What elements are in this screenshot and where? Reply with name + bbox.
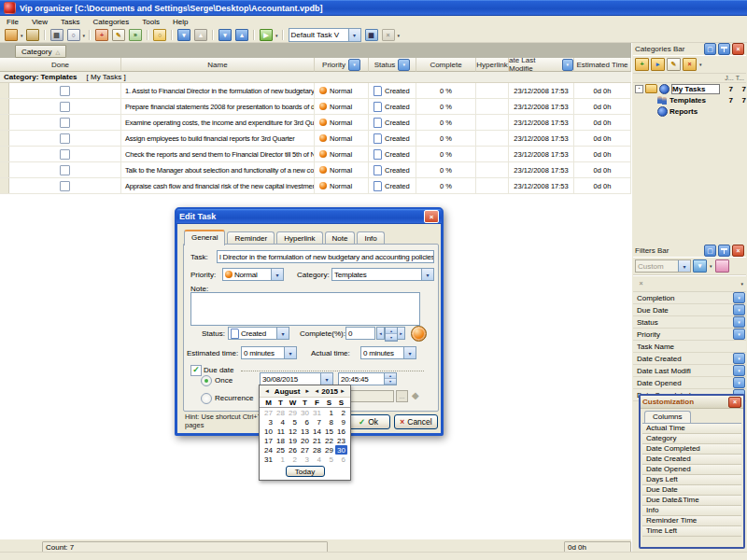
task-done-checkbox[interactable] <box>60 165 70 175</box>
calendar-day[interactable]: 24 <box>262 445 275 455</box>
calendar-day[interactable]: 28 <box>311 445 323 455</box>
calendar-day[interactable]: 6 <box>299 417 311 427</box>
delete-view-button[interactable]: × <box>381 29 396 42</box>
column-header-done[interactable]: Done <box>0 58 121 72</box>
calendar-day[interactable]: 1 <box>275 455 287 464</box>
filter-dropdown-icon[interactable]: ▾ <box>733 304 745 315</box>
save-view-button[interactable]: ▦ <box>364 29 379 42</box>
task-row[interactable]: Appraise cash flow and financial risk of… <box>0 178 631 194</box>
task-row[interactable]: Prepare financial statements 2008 for pr… <box>0 99 631 115</box>
calendar-day[interactable]: 16 <box>335 427 347 436</box>
edit-category-icon[interactable]: ✎ <box>667 58 681 71</box>
actual-dropdown-icon[interactable]: ▾ <box>403 347 416 358</box>
filter-dropdown-icon[interactable]: ▾ <box>733 292 745 303</box>
new-subcategory-icon[interactable]: ▸ <box>651 58 665 71</box>
calendar-day[interactable]: 27 <box>262 408 275 417</box>
menu-item-view[interactable]: View <box>25 18 54 26</box>
recurrence-radio[interactable] <box>201 393 212 404</box>
task-done-checkbox[interactable] <box>60 118 70 128</box>
complete-increase-icon[interactable]: ▸ <box>397 327 405 340</box>
calendar-day[interactable]: 3 <box>299 455 311 464</box>
estimated-time-combo[interactable]: 0 minutes ▾ <box>241 346 297 359</box>
customization-column-item[interactable]: Time Left <box>642 526 741 537</box>
task-row[interactable]: Examine operating costs, the income and … <box>0 115 631 131</box>
customization-column-item[interactable]: Category <box>642 434 741 444</box>
filter-row-priority[interactable]: Priority▾ <box>633 329 746 341</box>
complete-done-icon[interactable] <box>411 326 427 342</box>
customization-column-item[interactable]: Date Completed <box>642 444 741 455</box>
calendar-day[interactable]: 12 <box>287 427 299 436</box>
customization-column-item[interactable]: Days Left <box>642 475 741 485</box>
duplicate-task-button[interactable]: » <box>128 29 143 42</box>
filter-row-date-opened[interactable]: Date Opened▾ <box>633 377 746 389</box>
database-lock-button[interactable] <box>25 29 40 42</box>
filter-dropdown-icon[interactable]: ▾ <box>733 365 745 376</box>
cancel-button[interactable]: × Cancel <box>394 414 438 429</box>
menu-item-tasks[interactable]: Tasks <box>54 18 86 26</box>
complete-input[interactable]: 0 <box>345 327 375 340</box>
save-filter-dropdown-icon[interactable]: ▾ <box>710 263 712 269</box>
menu-item-tools[interactable]: Tools <box>135 18 166 26</box>
calendar-day[interactable]: 19 <box>287 436 299 445</box>
category-item-my-tasks[interactable]: -My Tasks77 <box>633 83 746 94</box>
task-done-checkbox[interactable] <box>60 149 70 160</box>
calendar-day[interactable]: 30 <box>299 408 311 417</box>
ok-button[interactable]: ✓ Ok <box>346 414 390 429</box>
time-spinner-icons[interactable]: ▴▾ <box>384 373 396 385</box>
task-row[interactable]: Check the reports and send them to Finan… <box>0 147 631 162</box>
calendar-day[interactable]: 2 <box>335 408 347 417</box>
due-date-checkbox[interactable]: ✓ <box>190 365 202 376</box>
calendar-day[interactable]: 29 <box>323 445 335 455</box>
calendar-day[interactable]: 15 <box>323 427 335 436</box>
calendar-day[interactable]: 9 <box>335 417 347 427</box>
actual-time-combo[interactable]: 0 minutes ▾ <box>360 346 416 359</box>
status-combo[interactable]: Created ▾ <box>228 327 289 340</box>
task-row[interactable]: 1. Assist to Financial Director in the f… <box>0 83 631 99</box>
calendar-day[interactable]: 1 <box>323 408 335 417</box>
filters-close-icon[interactable]: × <box>732 245 744 257</box>
scroll-down-button[interactable]: ▾ <box>176 29 191 42</box>
group-by-category-button[interactable]: Category △ <box>15 45 66 58</box>
column-header-ate-last-modifie[interactable]: ate Last Modifie▾ <box>509 58 574 72</box>
priority-dropdown-icon[interactable]: ▾ <box>271 269 283 280</box>
calendar-day[interactable]: 6 <box>335 455 347 464</box>
new-item-button[interactable] <box>4 29 19 42</box>
refresh-button[interactable]: ▶ <box>259 29 274 42</box>
calendar-day[interactable]: 8 <box>323 417 335 427</box>
categories-restore-icon[interactable]: ▢ <box>704 43 716 55</box>
status-dropdown-icon[interactable]: ▾ <box>276 328 289 339</box>
expand-all-button[interactable]: ▾ <box>218 29 233 42</box>
column-header-hyperlink[interactable]: Hyperlink <box>476 58 509 72</box>
column-filter-dropdown-icon[interactable]: ▾ <box>348 59 360 71</box>
customization-column-item[interactable]: Date Opened <box>642 465 741 475</box>
tab-hyperlink[interactable]: Hyperlink <box>276 231 322 245</box>
clear-filter-icon[interactable] <box>715 259 729 273</box>
calendar-day[interactable]: 28 <box>275 408 287 417</box>
calendar-day[interactable]: 31 <box>311 408 323 417</box>
once-time-spinner[interactable]: 20:45:45 ▴▾ <box>338 372 397 385</box>
task-view-combo[interactable]: Default Task V▾ <box>289 28 361 42</box>
task-done-checkbox[interactable] <box>60 86 70 96</box>
complete-decrease-icon[interactable]: ◂ <box>376 327 385 340</box>
calendar-day[interactable]: 7 <box>311 417 323 427</box>
categories-pin-icon[interactable] <box>718 43 730 55</box>
calendar-day[interactable]: 20 <box>299 436 311 445</box>
filters-restore-icon[interactable]: ▢ <box>704 245 716 257</box>
filters-pin-icon[interactable] <box>718 245 730 257</box>
calendar-day[interactable]: 25 <box>275 445 287 455</box>
toolbar-dropdown-icon[interactable]: ▾ <box>83 33 86 38</box>
column-header-name[interactable]: Name <box>121 58 315 72</box>
recurrence-browse-icon[interactable]: ... <box>396 390 408 402</box>
column-header-complete[interactable]: Complete <box>416 58 476 72</box>
column-filter-dropdown-icon[interactable]: ▾ <box>562 59 573 71</box>
calendar-day[interactable]: 5 <box>323 455 335 464</box>
next-year-icon[interactable]: ► <box>338 388 347 394</box>
filter-preset-dropdown-icon[interactable]: ▾ <box>678 260 690 272</box>
edit-task-button[interactable]: ✎ <box>111 29 126 42</box>
print-preview-button[interactable]: ○ <box>66 29 81 42</box>
customization-column-item[interactable]: Actual Time <box>642 424 741 434</box>
filter-dropdown-icon[interactable]: ▾ <box>733 329 745 340</box>
column-header-priority[interactable]: Priority▾ <box>315 58 369 72</box>
category-combo[interactable]: Templates ▾ <box>331 268 434 281</box>
column-filter-dropdown-icon[interactable]: ▾ <box>398 59 410 71</box>
